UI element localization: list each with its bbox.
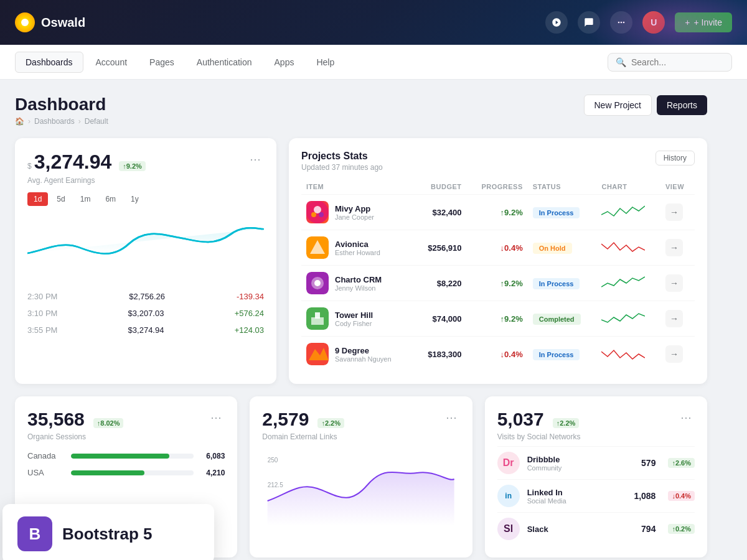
nav-icon-btn-1[interactable] [545,11,568,34]
svg-point-6 [319,212,324,217]
svg-point-4 [314,206,321,213]
filter-1m[interactable]: 1m [74,192,97,206]
social-row-dribbble: Dr Dribbble Community 579 ↑2.6% [497,446,695,479]
status-badge-5: In Process [533,349,580,360]
invite-button[interactable]: + + Invite [675,12,732,32]
earnings-row-1: 2:30 PM $2,756.26 -139.34 [27,288,264,305]
earnings-chart [27,216,264,278]
social-badge: ↑2.2% [553,418,580,428]
svg-point-0 [621,22,622,24]
earnings-row-2: 3:10 PM $3,207.03 +576.24 [27,305,264,322]
view-btn-5[interactable]: → [665,345,683,363]
project-row-2: Avionica Esther Howard $256,910 ↓0.4% On… [301,230,695,266]
view-btn-3[interactable]: → [665,274,683,292]
linkedin-icon: in [497,485,520,507]
top-navbar: Oswald U + + Invite [0,0,747,45]
earnings-amount: 3,274.94 [34,151,112,174]
filter-5d[interactable]: 5d [50,192,71,206]
svg-text:250: 250 [268,457,278,464]
sessions-card: 35,568 ↑8.02% Organic Sessions ⋯ Canada … [15,396,237,558]
earnings-row-3: 3:55 PM $3,274.94 +124.03 [27,322,264,338]
svg-point-1 [618,22,620,24]
filter-6m[interactable]: 6m [99,192,122,206]
status-badge-4: Completed [533,314,581,325]
page-header: Dashboard 🏠 › Dashboards › Default New P… [15,95,707,126]
logo-area: Oswald [15,12,85,32]
col-status: STATUS [528,179,597,195]
earnings-badge: ↑9.2% [119,161,146,171]
bootstrap-card: B Bootstrap 5 [2,504,214,560]
tab-pages[interactable]: Pages [139,52,184,72]
avatar[interactable]: U [642,11,665,34]
col-view: VIEW [660,179,695,195]
col-item: ITEM [301,179,415,195]
col-chart: CHART [596,179,660,195]
secondary-nav: Dashboards Account Pages Authentication … [0,45,747,80]
svg-text:212.5: 212.5 [268,482,283,488]
app-name: Oswald [41,16,85,30]
search-area: 🔍 [608,53,732,72]
domain-badge: ↑2.2% [317,418,344,428]
domain-number: 2,579 [262,409,309,430]
view-btn-1[interactable]: → [665,203,683,221]
breadcrumb-home-icon: 🏠 [15,117,24,126]
logo-icon [15,12,35,32]
project-row-4: Tower Hill Cody Fisher $74,000 ↑9.2% Com… [301,301,695,337]
filter-1y[interactable]: 1y [125,192,145,206]
filter-1d[interactable]: 1d [27,192,48,206]
status-badge-2: On Hold [533,243,572,254]
domain-more-btn[interactable]: ⋯ [443,409,460,426]
view-btn-4[interactable]: → [665,310,683,327]
earnings-more-btn[interactable]: ⋯ [247,151,264,168]
status-badge-3: In Process [533,278,580,289]
sessions-number: 35,568 [27,409,85,430]
social-row-linkedin: in Linked In Social Media 1,088 ↓0.4% [497,479,695,512]
reports-button[interactable]: Reports [657,95,707,115]
svg-point-10 [314,280,321,286]
dribbble-icon: Dr [497,452,520,474]
social-networks-card: 5,037 ↑2.2% Visits by Social Networks ⋯ … [485,396,707,558]
search-icon: 🔍 [616,57,626,67]
breadcrumb-dashboards[interactable]: Dashboards [34,117,75,126]
domain-label: Domain External Links [262,432,344,441]
map-row-usa: USA 4,210 [27,468,225,477]
svg-point-2 [623,22,625,24]
search-input[interactable] [631,57,724,67]
projects-header: Projects Stats Updated 37 minutes ago Hi… [301,151,695,172]
nav-right: U + + Invite [545,11,732,34]
earnings-subtitle: Avg. Agent Earnings [27,176,146,185]
earnings-rows: 2:30 PM $2,756.26 -139.34 3:10 PM $3,207… [27,288,264,338]
bootstrap-title: Bootstrap 5 [62,525,152,544]
tab-apps[interactable]: Apps [265,52,304,72]
slack-icon: Sl [497,518,520,540]
new-project-button[interactable]: New Project [584,95,652,116]
nav-icon-btn-3[interactable] [610,11,632,34]
projects-card: Projects Stats Updated 37 minutes ago Hi… [289,138,707,384]
header-actions: New Project Reports [584,95,708,116]
breadcrumb-default: Default [85,117,108,126]
social-more-btn[interactable]: ⋯ [677,409,695,426]
main-cards-grid: $ 3,274.94 ↑9.2% Avg. Agent Earnings ⋯ 1… [15,138,707,384]
nav-icon-btn-2[interactable] [578,11,600,34]
svg-point-5 [311,212,316,217]
project-row-5: 9 Degree Savannah Nguyen $183,300 ↓0.4% … [301,337,695,372]
sessions-label: Organic Sessions [27,432,123,441]
tab-dashboards[interactable]: Dashboards [15,52,83,73]
invite-label: + Invite [693,17,722,27]
currency-symbol: $ [27,162,32,170]
invite-plus-icon: + [685,17,690,27]
tab-authentication[interactable]: Authentication [187,52,262,72]
view-btn-2[interactable]: → [665,239,683,256]
history-button[interactable]: History [655,151,695,166]
map-row-canada: Canada 6,083 [27,451,225,460]
social-number: 5,037 [497,409,544,430]
sessions-more-btn[interactable]: ⋯ [207,409,225,426]
bootstrap-icon: B [17,516,52,551]
project-row-3: Charto CRM Jenny Wilson $8,220 ↑9.2% In … [301,266,695,301]
social-label: Visits by Social Networks [497,432,581,441]
tab-account[interactable]: Account [86,52,138,72]
time-filters: 1d 5d 1m 6m 1y [27,192,264,206]
projects-title: Projects Stats [301,151,383,162]
tab-help[interactable]: Help [306,52,344,72]
svg-rect-13 [315,312,320,319]
